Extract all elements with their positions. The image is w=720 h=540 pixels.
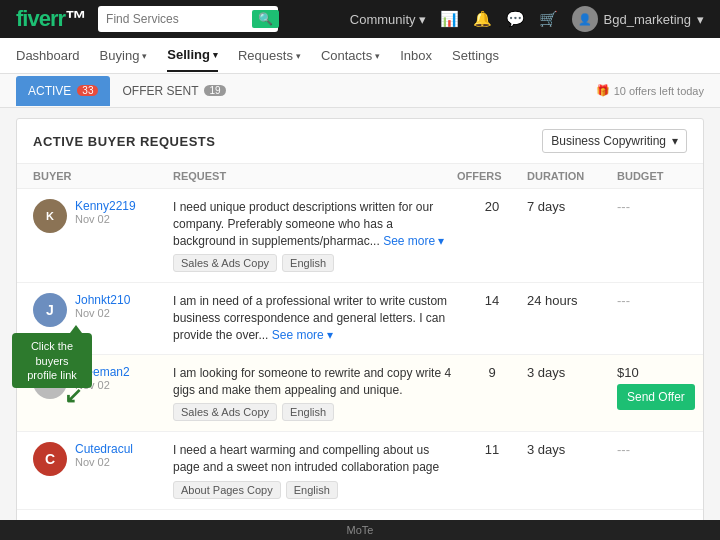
tab-active-badge: 33 xyxy=(77,85,98,96)
main-content: ACTIVE BUYER REQUESTS Business Copywriti… xyxy=(0,108,720,540)
search-input[interactable] xyxy=(106,12,246,26)
user-chevron: ▾ xyxy=(697,12,704,27)
table-row: K Kenny2219 Nov 02 I need unique product… xyxy=(17,189,703,283)
duration-text: 3 days xyxy=(527,442,617,457)
nav-inbox[interactable]: Inbox xyxy=(400,40,432,71)
bottom-bar: MoTe xyxy=(0,520,720,540)
offers-count: 14 xyxy=(457,293,527,308)
request-text: I need a heart warming and compelling ab… xyxy=(173,442,457,476)
username: Bgd_marketing xyxy=(604,12,691,27)
cart-icon[interactable]: 🛒 xyxy=(539,10,558,28)
see-more-link[interactable]: See more ▾ xyxy=(272,328,333,342)
requests-panel: ACTIVE BUYER REQUESTS Business Copywriti… xyxy=(16,118,704,540)
fiverr-logo[interactable]: fiverr™ xyxy=(16,6,86,32)
buyer-date: Nov 02 xyxy=(75,213,136,225)
avatar: 👤 xyxy=(572,6,598,32)
tags: Sales & Ads Copy English xyxy=(173,403,457,421)
col-offers: OFFERS xyxy=(457,170,527,182)
tab-offer-sent-label: OFFER SENT xyxy=(122,84,198,98)
request-cell: I am looking for someone to rewrite and … xyxy=(173,365,457,422)
tooltip-text: Click the buyers profile link xyxy=(27,340,77,381)
analytics-icon[interactable]: 📊 xyxy=(440,10,459,28)
buyer-details: Johnkt210 Nov 02 xyxy=(75,293,130,319)
request-text: I need unique product descriptions writt… xyxy=(173,199,457,249)
budget-text: --- xyxy=(617,293,687,308)
buyer-name-link[interactable]: Cutedracul xyxy=(75,442,133,456)
nav-contacts[interactable]: Contacts ▾ xyxy=(321,40,380,71)
table-row: Click the buyers profile link ↙ J Johnkt… xyxy=(17,283,703,354)
col-buyer: BUYER xyxy=(33,170,173,182)
tag: English xyxy=(282,254,334,272)
avatar: J xyxy=(33,293,67,327)
request-text: I am looking for someone to rewrite and … xyxy=(173,365,457,399)
tooltip-pointer: ↙ xyxy=(64,382,82,411)
dropdown-chevron: ▾ xyxy=(672,134,678,148)
col-budget: BUDGET xyxy=(617,170,687,182)
top-nav-left: fiverr™ 🔍 xyxy=(16,6,278,32)
offers-count: 11 xyxy=(457,442,527,457)
nav-buying[interactable]: Buying ▾ xyxy=(100,40,148,71)
offers-left: 🎁 10 offers left today xyxy=(596,84,704,97)
tab-offer-sent-badge: 19 xyxy=(204,85,225,96)
top-navigation: fiverr™ 🔍 Community ▾ 📊 🔔 💬 🛒 👤 Bgd_mark… xyxy=(0,0,720,38)
tag: About Pages Copy xyxy=(173,481,281,499)
buying-chevron: ▾ xyxy=(142,51,147,61)
nav-selling[interactable]: Selling ▾ xyxy=(167,39,218,72)
buyer-name-link[interactable]: Johnkt210 xyxy=(75,293,130,307)
requests-title: ACTIVE BUYER REQUESTS xyxy=(33,134,215,149)
nav-settings[interactable]: Settings xyxy=(452,40,499,71)
col-duration: DURATION xyxy=(527,170,617,182)
user-area[interactable]: 👤 Bgd_marketing ▾ xyxy=(572,6,704,32)
nav-dashboard[interactable]: Dashboard xyxy=(16,40,80,71)
selling-chevron: ▾ xyxy=(213,50,218,60)
top-nav-right: Community ▾ 📊 🔔 💬 🛒 👤 Bgd_marketing ▾ xyxy=(350,6,704,32)
tabs-bar: ACTIVE 33 OFFER SENT 19 🎁 10 offers left… xyxy=(0,74,720,108)
request-text: I am in need of a professional writer to… xyxy=(173,293,457,343)
second-navigation: Dashboard Buying ▾ Selling ▾ Requests ▾ … xyxy=(0,38,720,74)
buyer-info: J Johnkt210 Nov 02 xyxy=(33,293,173,327)
buyer-date: Nov 02 xyxy=(75,307,130,319)
requests-header: ACTIVE BUYER REQUESTS Business Copywriti… xyxy=(17,119,703,164)
bottom-text: MoTe xyxy=(347,524,374,536)
nav-requests[interactable]: Requests ▾ xyxy=(238,40,301,71)
budget-text: --- xyxy=(617,199,687,214)
col-request: REQUEST xyxy=(173,170,457,182)
duration-text: 24 hours xyxy=(527,293,617,308)
see-more-link[interactable]: See more ▾ xyxy=(383,234,444,248)
offers-left-text: 10 offers left today xyxy=(614,85,704,97)
message-icon[interactable]: 💬 xyxy=(506,10,525,28)
tags: About Pages Copy English xyxy=(173,481,457,499)
budget-text: $10 xyxy=(617,365,687,380)
duration-text: 3 days xyxy=(527,365,617,380)
community-chevron: ▾ xyxy=(419,12,426,27)
community-link[interactable]: Community ▾ xyxy=(350,12,426,27)
search-bar: 🔍 xyxy=(98,6,278,32)
tab-active-label: ACTIVE xyxy=(28,84,71,98)
tooltip-arrow xyxy=(70,325,82,333)
table-header: BUYER REQUEST OFFERS DURATION BUDGET xyxy=(17,164,703,189)
request-cell: I am in need of a professional writer to… xyxy=(173,293,457,343)
buyer-info: K Kenny2219 Nov 02 xyxy=(33,199,173,233)
send-offer-button[interactable]: Send Offer xyxy=(617,384,695,410)
tag: English xyxy=(282,403,334,421)
offers-count: 9 xyxy=(457,365,527,380)
budget-text: --- xyxy=(617,442,687,457)
buyer-date: Nov 02 xyxy=(75,456,133,468)
notification-icon[interactable]: 🔔 xyxy=(473,10,492,28)
tag: Sales & Ads Copy xyxy=(173,254,277,272)
tags: Sales & Ads Copy English xyxy=(173,254,457,272)
community-label: Community xyxy=(350,12,416,27)
buyer-name-link[interactable]: Kenny2219 xyxy=(75,199,136,213)
search-button[interactable]: 🔍 xyxy=(252,10,279,28)
budget-send-offer-cell: $10 Send Offer xyxy=(617,365,687,410)
requests-chevron: ▾ xyxy=(296,51,301,61)
tag: Sales & Ads Copy xyxy=(173,403,277,421)
buyer-info: C Cutedracul Nov 02 xyxy=(33,442,173,476)
avatar: C xyxy=(33,442,67,476)
tab-offer-sent[interactable]: OFFER SENT 19 xyxy=(110,76,237,106)
tab-active[interactable]: ACTIVE 33 xyxy=(16,76,110,106)
request-cell: I need a heart warming and compelling ab… xyxy=(173,442,457,499)
table-row: C Cutedracul Nov 02 I need a heart warmi… xyxy=(17,432,703,510)
category-dropdown[interactable]: Business Copywriting ▾ xyxy=(542,129,687,153)
request-cell: I need unique product descriptions writt… xyxy=(173,199,457,272)
